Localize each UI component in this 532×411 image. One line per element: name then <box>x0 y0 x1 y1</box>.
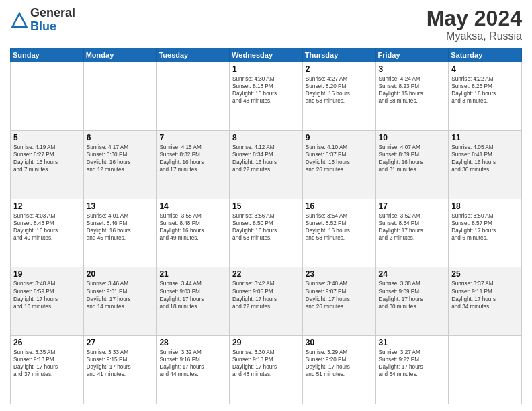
day-number: 24 <box>379 269 446 279</box>
page: General Blue May 2024 Myaksa, Russia Sun… <box>0 0 532 411</box>
day-info: Sunrise: 3:27 AM Sunset: 9:22 PM Dayligh… <box>379 349 446 378</box>
table-row: 16Sunrise: 3:54 AM Sunset: 8:52 PM Dayli… <box>302 199 375 267</box>
day-number: 16 <box>306 201 373 211</box>
calendar-week-row: 12Sunrise: 4:03 AM Sunset: 8:43 PM Dayli… <box>11 199 522 267</box>
day-number: 31 <box>379 338 446 347</box>
day-number: 9 <box>306 133 373 142</box>
day-number: 30 <box>306 338 373 347</box>
table-row: 28Sunrise: 3:32 AM Sunset: 9:16 PM Dayli… <box>157 336 230 404</box>
day-info: Sunrise: 4:07 AM Sunset: 8:39 PM Dayligh… <box>379 144 446 173</box>
day-info: Sunrise: 3:29 AM Sunset: 9:20 PM Dayligh… <box>306 349 373 378</box>
day-number: 2 <box>306 64 373 74</box>
day-info: Sunrise: 4:17 AM Sunset: 8:30 PM Dayligh… <box>87 144 154 173</box>
table-row: 22Sunrise: 3:42 AM Sunset: 9:05 PM Dayli… <box>230 267 303 336</box>
table-row: 27Sunrise: 3:33 AM Sunset: 9:15 PM Dayli… <box>83 336 157 404</box>
location-subtitle: Myaksa, Russia <box>427 30 522 42</box>
logo-general-text: General <box>30 7 75 20</box>
table-row: 24Sunrise: 3:38 AM Sunset: 9:09 PM Dayli… <box>375 267 449 336</box>
table-row <box>449 336 522 404</box>
day-number: 29 <box>232 338 300 347</box>
col-saturday: Saturday <box>449 48 522 62</box>
day-info: Sunrise: 4:01 AM Sunset: 8:46 PM Dayligh… <box>87 212 154 242</box>
day-info: Sunrise: 3:35 AM Sunset: 9:13 PM Dayligh… <box>13 349 81 378</box>
col-sunday: Sunday <box>11 48 84 62</box>
day-number: 5 <box>13 133 81 142</box>
day-info: Sunrise: 3:44 AM Sunset: 9:03 PM Dayligh… <box>159 280 226 310</box>
day-number: 21 <box>159 269 226 279</box>
day-number: 4 <box>451 64 519 74</box>
table-row: 20Sunrise: 3:46 AM Sunset: 9:01 PM Dayli… <box>83 267 157 336</box>
table-row: 23Sunrise: 3:40 AM Sunset: 9:07 PM Dayli… <box>302 267 375 336</box>
day-number: 14 <box>159 201 226 211</box>
day-number: 15 <box>232 201 300 211</box>
calendar-week-row: 1Sunrise: 4:30 AM Sunset: 8:18 PM Daylig… <box>11 62 522 131</box>
month-year-title: May 2024 <box>427 7 522 30</box>
table-row: 30Sunrise: 3:29 AM Sunset: 9:20 PM Dayli… <box>302 336 375 404</box>
day-number: 13 <box>87 201 154 211</box>
table-row: 15Sunrise: 3:56 AM Sunset: 8:50 PM Dayli… <box>230 199 303 267</box>
day-number: 26 <box>13 338 81 347</box>
day-number: 7 <box>159 133 226 142</box>
day-info: Sunrise: 3:33 AM Sunset: 9:15 PM Dayligh… <box>87 349 154 378</box>
table-row: 9Sunrise: 4:10 AM Sunset: 8:37 PM Daylig… <box>302 130 375 199</box>
day-number: 25 <box>451 269 519 279</box>
table-row: 25Sunrise: 3:37 AM Sunset: 9:11 PM Dayli… <box>449 267 522 336</box>
day-info: Sunrise: 4:30 AM Sunset: 8:18 PM Dayligh… <box>232 75 300 105</box>
table-row: 17Sunrise: 3:52 AM Sunset: 8:54 PM Dayli… <box>375 199 449 267</box>
col-friday: Friday <box>375 48 449 62</box>
calendar-week-row: 5Sunrise: 4:19 AM Sunset: 8:27 PM Daylig… <box>11 130 522 199</box>
day-number: 20 <box>87 269 154 279</box>
day-info: Sunrise: 3:50 AM Sunset: 8:57 PM Dayligh… <box>451 212 519 242</box>
table-row: 21Sunrise: 3:44 AM Sunset: 9:03 PM Dayli… <box>157 267 230 336</box>
day-number: 6 <box>87 133 154 142</box>
day-info: Sunrise: 4:12 AM Sunset: 8:34 PM Dayligh… <box>232 144 300 173</box>
day-number: 22 <box>232 269 300 279</box>
day-info: Sunrise: 3:30 AM Sunset: 9:18 PM Dayligh… <box>232 349 300 378</box>
table-row: 29Sunrise: 3:30 AM Sunset: 9:18 PM Dayli… <box>230 336 303 404</box>
day-info: Sunrise: 3:37 AM Sunset: 9:11 PM Dayligh… <box>451 280 519 310</box>
day-info: Sunrise: 3:54 AM Sunset: 8:52 PM Dayligh… <box>306 212 373 242</box>
col-wednesday: Wednesday <box>230 48 303 62</box>
day-number: 8 <box>232 133 300 142</box>
day-number: 10 <box>379 133 446 142</box>
table-row: 3Sunrise: 4:24 AM Sunset: 8:23 PM Daylig… <box>375 62 449 131</box>
calendar-week-row: 26Sunrise: 3:35 AM Sunset: 9:13 PM Dayli… <box>11 336 522 404</box>
table-row: 6Sunrise: 4:17 AM Sunset: 8:30 PM Daylig… <box>83 130 157 199</box>
table-row: 18Sunrise: 3:50 AM Sunset: 8:57 PM Dayli… <box>449 199 522 267</box>
day-info: Sunrise: 3:48 AM Sunset: 8:59 PM Dayligh… <box>13 280 81 310</box>
table-row <box>11 62 84 131</box>
day-info: Sunrise: 4:05 AM Sunset: 8:41 PM Dayligh… <box>451 144 519 173</box>
logo-blue-text: Blue <box>30 20 75 34</box>
day-info: Sunrise: 4:24 AM Sunset: 8:23 PM Dayligh… <box>379 75 446 105</box>
col-monday: Monday <box>83 48 157 62</box>
day-info: Sunrise: 3:42 AM Sunset: 9:05 PM Dayligh… <box>232 280 300 310</box>
day-number: 11 <box>451 133 519 142</box>
day-info: Sunrise: 4:03 AM Sunset: 8:43 PM Dayligh… <box>13 212 81 242</box>
day-number: 19 <box>13 269 81 279</box>
calendar-week-row: 19Sunrise: 3:48 AM Sunset: 8:59 PM Dayli… <box>11 267 522 336</box>
day-info: Sunrise: 4:19 AM Sunset: 8:27 PM Dayligh… <box>13 144 81 173</box>
day-number: 3 <box>379 64 446 74</box>
logo-text: General Blue <box>30 7 75 34</box>
day-number: 23 <box>306 269 373 279</box>
calendar-header-row: Sunday Monday Tuesday Wednesday Thursday… <box>11 48 522 62</box>
header: General Blue May 2024 Myaksa, Russia <box>10 7 522 42</box>
day-info: Sunrise: 4:10 AM Sunset: 8:37 PM Dayligh… <box>306 144 373 173</box>
day-info: Sunrise: 3:56 AM Sunset: 8:50 PM Dayligh… <box>232 212 300 242</box>
title-block: May 2024 Myaksa, Russia <box>427 7 522 42</box>
day-info: Sunrise: 3:52 AM Sunset: 8:54 PM Dayligh… <box>379 212 446 242</box>
day-number: 17 <box>379 201 446 211</box>
col-thursday: Thursday <box>302 48 375 62</box>
day-number: 1 <box>232 64 300 74</box>
calendar-table: Sunday Monday Tuesday Wednesday Thursday… <box>10 48 522 404</box>
day-number: 18 <box>451 201 519 211</box>
day-info: Sunrise: 3:58 AM Sunset: 8:48 PM Dayligh… <box>159 212 226 242</box>
table-row: 26Sunrise: 3:35 AM Sunset: 9:13 PM Dayli… <box>11 336 84 404</box>
table-row: 4Sunrise: 4:22 AM Sunset: 8:25 PM Daylig… <box>449 62 522 131</box>
day-info: Sunrise: 3:38 AM Sunset: 9:09 PM Dayligh… <box>379 280 446 310</box>
day-number: 28 <box>159 338 226 347</box>
table-row <box>157 62 230 131</box>
day-info: Sunrise: 3:32 AM Sunset: 9:16 PM Dayligh… <box>159 349 226 378</box>
table-row: 19Sunrise: 3:48 AM Sunset: 8:59 PM Dayli… <box>11 267 84 336</box>
col-tuesday: Tuesday <box>157 48 230 62</box>
